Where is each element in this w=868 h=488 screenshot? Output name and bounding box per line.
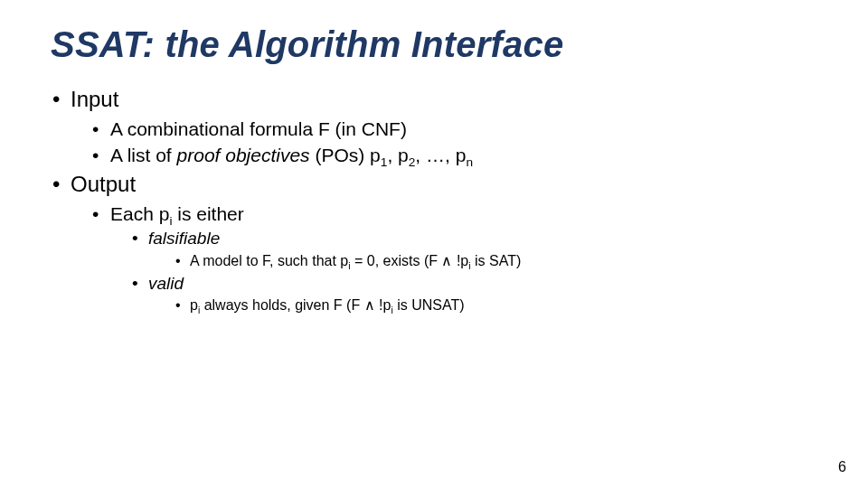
each-prefix: Each p (110, 203, 169, 224)
valid-item: valid pi always holds, given F (F ∧ !pi … (130, 274, 817, 315)
input-formula: A combinational formula F (in CNF) (90, 117, 817, 140)
falsifiable-detail: A model to F, such that pi = 0, exists (… (174, 252, 817, 270)
valid-prefix: p (190, 297, 198, 313)
falsifiable-detail-list: A model to F, such that pi = 0, exists (… (148, 252, 817, 270)
po-subn: n (466, 155, 473, 169)
page-number: 6 (838, 459, 846, 475)
falsifiable-label: falsifiable (148, 229, 220, 248)
falsifiable-item: falsifiable A model to F, such that pi =… (130, 229, 817, 270)
input-section: Input A combinational formula F (in CNF)… (51, 87, 817, 166)
fals-mid: = 0, exists (F ∧ !p (351, 253, 469, 268)
po-italic: proof objectives (177, 145, 310, 165)
po-prefix: A list of (110, 145, 177, 165)
slide-title: SSAT: the Algorithm Interface (51, 25, 817, 63)
input-proof-objectives: A list of proof objectives (POs) p1, p2,… (90, 144, 817, 166)
input-label: Input (71, 87, 118, 111)
output-label: Output (71, 172, 136, 196)
po-mid: (POs) p (310, 145, 381, 165)
input-items: A combinational formula F (in CNF) A lis… (71, 117, 817, 166)
valid-detail: pi always holds, given F (F ∧ !pi is UNS… (174, 296, 817, 314)
output-each: Each pi is either falsifiable A model to… (90, 202, 817, 315)
valid-detail-list: pi always holds, given F (F ∧ !pi is UNS… (148, 296, 817, 314)
fals-suffix: is SAT) (471, 253, 522, 268)
po-sep2: , …, p (415, 145, 466, 165)
slide: SSAT: the Algorithm Interface Input A co… (0, 0, 868, 488)
either-list: falsifiable A model to F, such that pi =… (110, 229, 817, 315)
fals-prefix: A model to F, such that p (190, 253, 348, 268)
po-sep1: , p (387, 145, 408, 165)
valid-mid: always holds, given F (F ∧ !p (200, 297, 391, 313)
bullet-list: Input A combinational formula F (in CNF)… (51, 87, 817, 314)
valid-suffix: is UNSAT) (393, 297, 465, 313)
output-items: Each pi is either falsifiable A model to… (71, 202, 817, 315)
valid-label: valid (148, 274, 184, 293)
each-suffix: is either (172, 203, 243, 224)
output-section: Output Each pi is either falsifiable A m… (51, 172, 817, 314)
